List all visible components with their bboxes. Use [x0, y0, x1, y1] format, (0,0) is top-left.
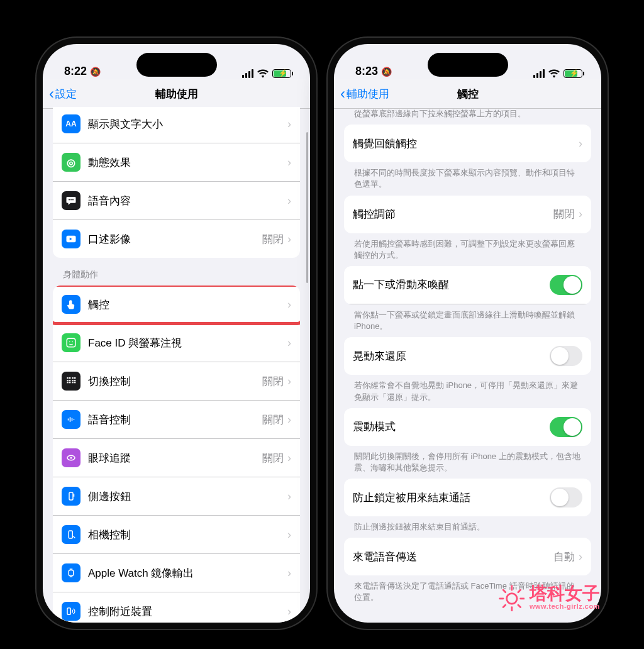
- list-item-eye-tracking[interactable]: 眼球追蹤 關閉 ›: [53, 439, 300, 477]
- switch-control-icon: ⠿⠿: [62, 372, 80, 391]
- toggle-shake-undo[interactable]: 晃動來還原: [344, 337, 591, 375]
- svg-rect-13: [69, 492, 73, 500]
- mute-icon: 🔕: [90, 67, 101, 77]
- list-item-switch-control[interactable]: ⠿⠿ 切換控制 關閉 ›: [53, 362, 300, 401]
- watermark: 塔科女子 www.tech-girlz.com: [497, 584, 600, 611]
- switch-toggle[interactable]: [550, 275, 582, 295]
- touch-icon: [62, 295, 80, 314]
- speech-bubble-icon: [62, 191, 80, 210]
- right-screen: 8:23 🔕 ⚡ ‹ 輔助使用 觸控: [334, 44, 601, 623]
- group-call-audio-routing: 來電語音傳送 自動 ›: [344, 538, 591, 575]
- dynamic-island: [428, 53, 508, 77]
- faceid-icon: [62, 333, 80, 352]
- svg-rect-10: [74, 419, 75, 420]
- scroll-content[interactable]: 從螢幕底部邊緣向下拉來觸控螢幕上方的項目。 觸覺回饋觸控 › 根據不同的時間長度…: [334, 107, 601, 623]
- list-item-label: 語音控制: [88, 413, 262, 427]
- list-item-detail: 關閉: [262, 451, 284, 465]
- chevron-right-icon: ›: [287, 452, 291, 465]
- section-footer: 當你點一下螢幕或從鎖定畫面底部邊緣往上滑動時喚醒並解鎖 iPhone。: [334, 304, 601, 337]
- svg-point-5: [69, 341, 70, 343]
- scroll-indicator[interactable]: [306, 132, 308, 283]
- chevron-right-icon: ›: [287, 336, 291, 350]
- switch-toggle[interactable]: [550, 487, 582, 508]
- group-physical: 觸控 › Face ID 與螢幕注視 › ⠿⠿: [53, 286, 300, 623]
- list-item-nearby-devices[interactable]: 控制附近裝置 ›: [53, 592, 300, 623]
- list-item-label: 顯示與文字大小: [88, 117, 287, 131]
- chevron-right-icon: ›: [579, 137, 582, 150]
- list-item-motion[interactable]: ◎ 動態效果 ›: [53, 143, 300, 182]
- toggle-prevent-lock-end-call[interactable]: 防止鎖定被用來結束通話: [344, 479, 591, 516]
- nav-title: 輔助使用: [43, 87, 310, 101]
- list-item-touch-accommodation[interactable]: 觸控調節 關閉 ›: [344, 196, 591, 233]
- toggle-tap-to-wake[interactable]: 點一下或滑動來喚醒: [344, 266, 591, 304]
- back-label: 輔助使用: [347, 87, 389, 101]
- chevron-left-icon: ‹: [340, 86, 345, 101]
- group-vision: › AA 顯示與文字大小 › ◎ 動態效果 ›: [53, 107, 300, 258]
- list-item-audio-description[interactable]: 口述影像 關閉 ›: [53, 220, 300, 258]
- svg-line-29: [518, 590, 521, 592]
- svg-rect-16: [69, 570, 74, 576]
- watermark-brand: 塔科女子: [530, 585, 600, 602]
- chevron-right-icon: ›: [287, 298, 291, 311]
- svg-point-12: [70, 457, 72, 459]
- dynamic-island: [136, 53, 217, 77]
- stage: 8:22 🔕 ⚡ ‹ 設定 輔助使用: [0, 0, 644, 649]
- group-haptic-touch: 觸覺回饋觸控 ›: [344, 125, 591, 162]
- right-iphone-frame: 8:23 🔕 ⚡ ‹ 輔助使用 觸控: [328, 38, 608, 629]
- list-item-text-size[interactable]: AA 顯示與文字大小 ›: [53, 107, 300, 143]
- mute-icon: 🔕: [381, 67, 392, 77]
- svg-rect-4: [67, 338, 75, 347]
- list-item-speech[interactable]: 語音內容 ›: [53, 182, 300, 220]
- list-item-label: 眼球追蹤: [88, 451, 262, 465]
- left-iphone-frame: 8:22 🔕 ⚡ ‹ 設定 輔助使用: [36, 38, 316, 629]
- back-button[interactable]: ‹ 輔助使用: [340, 79, 389, 108]
- section-header-physical: 身體動作: [43, 258, 310, 286]
- list-item-label: 觸控: [88, 297, 287, 312]
- list-item-touch[interactable]: 觸控 ›: [53, 286, 300, 324]
- chevron-right-icon: ›: [287, 567, 291, 580]
- scroll-content[interactable]: › AA 顯示與文字大小 › ◎ 動態效果 ›: [43, 107, 310, 623]
- wifi-icon: [257, 69, 269, 78]
- chevron-right-icon: ›: [287, 413, 291, 426]
- list-item-voice-control[interactable]: 語音控制 關閉 ›: [53, 401, 300, 439]
- list-item-label: 動態效果: [88, 155, 287, 170]
- list-item-label: 切換控制: [88, 374, 262, 389]
- svg-rect-9: [72, 418, 73, 421]
- list-item-label: 相機控制: [88, 528, 287, 542]
- chevron-right-icon: ›: [287, 490, 291, 503]
- list-item-call-audio-routing[interactable]: 來電語音傳送 自動 ›: [344, 538, 591, 575]
- nearby-devices-icon: [62, 602, 80, 621]
- wifi-icon: [548, 69, 560, 78]
- list-item-side-button[interactable]: 側邊按鈕 ›: [53, 477, 300, 516]
- svg-point-21: [507, 594, 518, 604]
- list-item-camera-control[interactable]: 相機控制 ›: [53, 516, 300, 554]
- chevron-right-icon: ›: [287, 156, 291, 169]
- back-button[interactable]: ‹ 設定: [49, 79, 77, 108]
- battery-icon: ⚡: [564, 69, 582, 78]
- svg-point-1: [70, 199, 72, 201]
- list-item-label: 來電語音傳送: [353, 550, 553, 564]
- chevron-right-icon: ›: [579, 550, 582, 563]
- toggle-vibration[interactable]: 震動模式: [344, 408, 591, 446]
- list-item-watch-mirror[interactable]: Apple Watch 鏡像輸出 ›: [53, 554, 300, 592]
- svg-line-28: [503, 605, 506, 607]
- toggle-label: 晃動來還原: [353, 349, 550, 363]
- text-size-icon: AA: [62, 114, 80, 133]
- sun-icon: [497, 584, 525, 611]
- svg-point-6: [72, 341, 74, 343]
- list-item-label: Apple Watch 鏡像輸出: [88, 566, 287, 580]
- chevron-left-icon: ‹: [49, 86, 54, 101]
- switch-toggle[interactable]: [550, 417, 582, 437]
- section-footer: 若你經常會不自覺地晃動 iPhone，可停用「晃動來還原」來避免顯示「還原」提示…: [334, 375, 601, 408]
- left-screen: 8:22 🔕 ⚡ ‹ 設定 輔助使用: [43, 44, 310, 623]
- chevron-right-icon: ›: [287, 375, 291, 388]
- switch-toggle[interactable]: [550, 346, 582, 366]
- list-item-label: 側邊按鈕: [88, 489, 287, 504]
- list-item-label: 語音內容: [88, 194, 287, 208]
- list-item-faceid[interactable]: Face ID 與螢幕注視 ›: [53, 324, 300, 362]
- list-item-haptic-touch[interactable]: 觸覺回饋觸控 ›: [344, 125, 591, 162]
- svg-rect-14: [74, 494, 75, 497]
- svg-line-26: [503, 590, 506, 592]
- chevron-right-icon: ›: [287, 605, 291, 618]
- eye-tracking-icon: [62, 448, 80, 467]
